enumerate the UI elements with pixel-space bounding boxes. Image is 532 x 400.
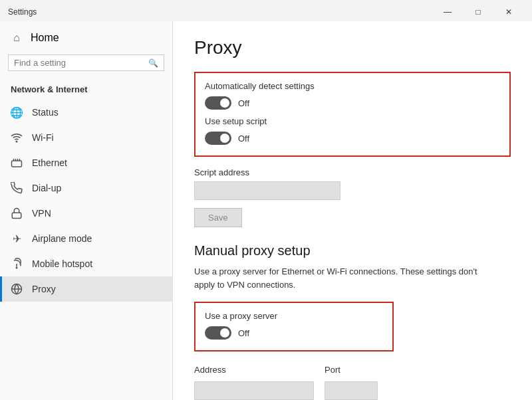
manual-proxy-title: Manual proxy setup [194,243,511,258]
title-bar: Settings — □ ✕ [0,0,532,21]
address-input[interactable] [194,381,314,400]
script-address-label: Script address [194,167,511,177]
sidebar-label-proxy: Proxy [32,284,56,294]
proxy-icon [11,283,23,295]
use-proxy-label: Use a proxy server [205,311,383,321]
auto-detect-toggle-label: Off [238,98,249,108]
port-label: Port [325,365,378,375]
sidebar-label-status: Status [32,107,59,118]
auto-detect-label: Automatically detect settings [205,81,500,91]
port-field: Port [325,365,378,400]
sidebar-item-hotspot[interactable]: Mobile hotspot [0,251,172,276]
ethernet-icon [11,157,23,169]
close-button[interactable]: ✕ [493,4,524,20]
maximize-button[interactable]: □ [463,4,493,20]
wifi-icon [11,132,23,144]
sidebar-item-dialup[interactable]: Dial-up [0,175,172,201]
setup-script-toggle-row: Off [205,132,500,145]
sidebar-item-home[interactable]: ⌂ Home [0,21,172,52]
dialup-icon [11,182,23,194]
address-port-row: Address Port [194,365,511,400]
auto-detect-section: Automatically detect settings Off Use se… [194,72,511,157]
sidebar-section-title: Network & Internet [0,79,172,100]
script-address-input[interactable] [194,181,340,200]
minimize-button[interactable]: — [432,4,463,20]
address-label: Address [194,365,314,375]
setup-script-label: Use setup script [205,116,500,126]
sidebar-label-vpn: VPN [32,208,51,219]
hotspot-icon [11,258,23,270]
svg-point-0 [16,141,17,142]
address-field: Address [194,365,314,400]
sidebar-item-airplane[interactable]: ✈ Airplane mode [0,226,172,251]
home-icon: ⌂ [11,32,23,44]
app-title: Settings [8,7,37,17]
sidebar-label-hotspot: Mobile hotspot [32,258,92,269]
window-controls: — □ ✕ [432,4,524,20]
sidebar-label-dialup: Dial-up [32,183,61,193]
sidebar-label-wifi: Wi-Fi [32,132,54,143]
search-icon: 🔍 [148,58,158,68]
sidebar-item-status[interactable]: 🌐 Status [0,100,172,125]
search-input[interactable] [14,58,148,68]
use-proxy-toggle-row: Off [205,326,383,340]
setup-script-toggle-label: Off [238,134,249,144]
status-icon: 🌐 [11,106,23,118]
sidebar: ⌂ Home 🔍 Network & Internet 🌐 Status [0,21,173,400]
manual-proxy-description: Use a proxy server for Ethernet or Wi-Fi… [194,265,480,291]
vpn-icon [11,207,23,219]
home-label: Home [31,32,59,44]
sidebar-item-vpn[interactable]: VPN [0,201,172,226]
search-box[interactable]: 🔍 [8,54,164,71]
auto-detect-toggle-row: Off [205,96,500,110]
svg-point-3 [16,267,18,269]
sidebar-item-proxy[interactable]: Proxy [0,276,172,302]
sidebar-item-wifi[interactable]: Wi-Fi [0,125,172,150]
port-input[interactable] [325,381,378,400]
svg-rect-1 [12,161,22,167]
use-proxy-toggle-label: Off [238,328,249,338]
sidebar-label-ethernet: Ethernet [32,157,67,168]
content-area: Proxy Automatically detect settings Off … [173,21,532,400]
proxy-server-section: Use a proxy server Off [194,302,394,351]
use-proxy-toggle[interactable] [205,326,231,340]
page-title: Proxy [194,37,511,58]
setup-script-toggle[interactable] [205,132,231,145]
sidebar-item-ethernet[interactable]: Ethernet [0,150,172,175]
sidebar-label-airplane: Airplane mode [32,233,92,244]
save-button[interactable]: Save [194,208,242,227]
svg-rect-2 [12,213,21,218]
auto-detect-toggle[interactable] [205,96,231,110]
airplane-icon: ✈ [11,233,23,245]
main-window: ⌂ Home 🔍 Network & Internet 🌐 Status [0,21,532,400]
